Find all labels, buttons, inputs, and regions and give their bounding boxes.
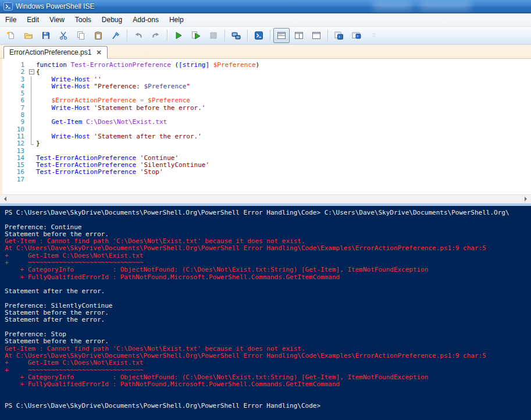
console-line: Statement after the error. xyxy=(5,316,531,323)
editor-line: 11 Write-Host 'Statement after the error… xyxy=(2,133,531,140)
code-text: } xyxy=(36,140,40,147)
code-fold-marker xyxy=(28,119,36,126)
start-powershell-exe-button[interactable] xyxy=(251,28,267,43)
stop-square-icon xyxy=(209,31,218,40)
run-selection-icon xyxy=(191,31,201,40)
redo-button[interactable] xyxy=(148,28,164,43)
line-number: 5 xyxy=(2,90,28,97)
titlebar-reflection xyxy=(419,2,471,10)
code-fold-marker xyxy=(28,97,36,104)
powershell-console-icon xyxy=(254,31,263,40)
toolbar-overflow-button xyxy=(366,28,382,43)
save-floppy-icon xyxy=(41,31,51,40)
script-editor-pane[interactable]: 1function Test-ErrorActionPreference ([s… xyxy=(0,59,531,194)
line-number: 16 xyxy=(2,169,28,176)
line-number: 3 xyxy=(2,76,28,83)
remote-computers-icon xyxy=(231,31,241,40)
clear-pane-icon xyxy=(111,31,120,40)
code-fold-marker xyxy=(28,140,36,147)
clear-console-pane-button[interactable] xyxy=(108,28,124,43)
redo-arrow-icon xyxy=(151,31,161,40)
console-error-line: At C:\Users\Dave\SkyDrive\Documents\Powe… xyxy=(5,245,531,252)
cut-button[interactable] xyxy=(55,28,72,43)
line-number: 9 xyxy=(2,119,28,126)
copy-button[interactable] xyxy=(73,28,89,43)
show-powershell-tab-button[interactable] xyxy=(348,28,365,43)
open-folder-icon xyxy=(24,31,33,40)
undo-arrow-icon xyxy=(134,31,143,40)
editor-line: 12} xyxy=(2,140,531,147)
console-line xyxy=(5,388,531,395)
window-powershell-icon xyxy=(334,31,344,40)
new-remote-powershell-tab-button[interactable] xyxy=(228,28,244,43)
code-fold-marker xyxy=(28,83,36,90)
code-fold-gutter xyxy=(28,62,36,69)
console-error-line: + FullyQualifiedErrorId : PathNotFound,M… xyxy=(5,274,531,281)
code-fold-marker xyxy=(28,133,36,140)
console-line xyxy=(5,324,531,331)
title-bar[interactable]: Windows PowerShell ISE xyxy=(0,0,531,13)
console-line xyxy=(5,296,531,302)
menu-item-file[interactable]: File xyxy=(0,14,22,26)
menu-item-addons[interactable]: Add-ons xyxy=(127,14,164,26)
script-pane-right-icon xyxy=(294,31,304,40)
code-fold-marker[interactable]: − xyxy=(28,69,36,76)
scroll-right-arrow-icon[interactable] xyxy=(525,197,529,201)
editor-horizontal-scrollbar[interactable] xyxy=(0,194,531,203)
line-number: 11 xyxy=(2,133,28,140)
scroll-left-arrow-icon[interactable] xyxy=(2,197,6,201)
copy-icon xyxy=(76,31,85,40)
new-script-button[interactable] xyxy=(3,28,19,43)
menu-item-edit[interactable]: Edit xyxy=(22,14,44,26)
console-error-line: + CategoryInfo : ObjectNotFound: (C:\Doe… xyxy=(5,266,531,273)
console-line: Statement after the error. xyxy=(5,288,531,295)
code-fold-gutter xyxy=(28,169,36,176)
line-number: 17 xyxy=(2,176,28,183)
show-script-pane-maximized-button[interactable] xyxy=(308,28,325,43)
save-script-button[interactable] xyxy=(38,28,54,43)
editor-line: 7 Write-Host 'Statement before the error… xyxy=(2,105,531,112)
toolbar-separator xyxy=(224,30,225,41)
powershell-ise-window: Windows PowerShell ISE FileEditViewTools… xyxy=(0,0,531,420)
new-powershell-tab-button[interactable] xyxy=(331,28,347,43)
toolbar-separator xyxy=(247,30,248,41)
titlebar-reflection xyxy=(372,2,413,10)
menu-item-debug[interactable]: Debug xyxy=(97,14,127,26)
run-script-button[interactable] xyxy=(170,28,187,43)
run-play-icon xyxy=(174,31,183,40)
show-script-pane-right-button[interactable] xyxy=(291,28,307,43)
app-icon xyxy=(3,2,13,10)
run-selection-button[interactable] xyxy=(188,28,204,43)
code-fold-gutter xyxy=(28,176,36,183)
open-script-button[interactable] xyxy=(20,28,37,43)
line-number: 2 xyxy=(2,69,28,76)
line-number: 10 xyxy=(2,126,28,133)
console-line: Statement before the error. xyxy=(5,338,531,345)
menu-item-view[interactable]: View xyxy=(44,14,70,26)
paste-button[interactable] xyxy=(90,28,106,43)
menu-item-tools[interactable]: Tools xyxy=(70,14,97,26)
show-script-pane-top-button[interactable] xyxy=(273,28,290,43)
toolbar-separator xyxy=(167,30,168,41)
console-line: PS C:\Users\Dave\SkyDrive\Documents\Powe… xyxy=(5,209,531,216)
menu-item-help[interactable]: Help xyxy=(164,14,189,26)
line-number: 4 xyxy=(2,83,28,90)
code-fold-marker xyxy=(28,90,36,97)
console-error-line: + ~~~~~~~~~~~~~~~~~~~~~~~~~~~~~~ xyxy=(5,367,531,374)
script-pane-top-icon xyxy=(277,31,286,40)
line-number: 6 xyxy=(2,97,28,104)
code-text: Write-Host 'Statement after the error.' xyxy=(36,133,202,140)
editor-line: 17 xyxy=(2,176,531,183)
tab-erroractionpreference[interactable]: ErrorActionPreference.ps1 ✕ xyxy=(3,46,108,59)
line-number: 12 xyxy=(2,140,28,147)
new-script-icon xyxy=(6,31,16,40)
console-line xyxy=(5,216,531,223)
script-pane-max-icon xyxy=(312,31,321,40)
undo-button[interactable] xyxy=(130,28,147,43)
stop-operation-button xyxy=(205,28,222,43)
code-text: Test-ErrorActionPreference 'Stop' xyxy=(36,169,163,176)
console-output-pane[interactable]: PS C:\Users\Dave\SkyDrive\Documents\Powe… xyxy=(0,206,531,420)
tab-strip: ErrorActionPreference.ps1 ✕ xyxy=(0,45,531,59)
tab-close-icon[interactable]: ✕ xyxy=(96,49,101,56)
window-powershell-alt-icon xyxy=(352,31,361,40)
